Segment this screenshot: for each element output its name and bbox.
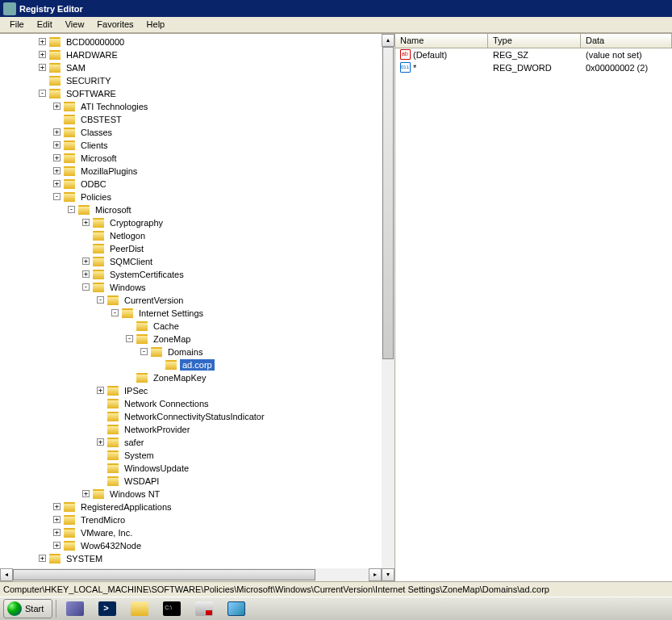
tree-node-label[interactable]: SQMClient <box>107 256 155 267</box>
tree-node[interactable]: -SOFTWARE <box>0 87 394 100</box>
tree-vertical-scrollbar[interactable]: ▴ ▾ <box>382 34 394 581</box>
tree-node[interactable]: +RegisteredApplications <box>0 501 394 513</box>
tree-node[interactable]: NetworkProvider <box>0 423 394 436</box>
registry-tree[interactable]: +BCD00000000+HARDWARE+SAMSECURITY-SOFTWA… <box>0 34 394 581</box>
tree-node-label[interactable]: safer <box>122 437 146 448</box>
column-header-type[interactable]: Type <box>488 34 581 48</box>
value-row[interactable]: (Default)REG_SZ(value not set) <box>395 48 672 61</box>
tree-node-label[interactable]: ad.corp <box>180 359 215 371</box>
menu-view[interactable]: View <box>59 18 91 31</box>
start-button[interactable]: Start <box>3 599 52 618</box>
tree-node[interactable]: +TrendMicro <box>0 513 394 526</box>
taskbar-powershell[interactable] <box>92 598 123 619</box>
tree-node[interactable]: CBSTEST <box>0 113 394 126</box>
tree-node[interactable]: PeerDist <box>0 242 394 255</box>
tree-node-label[interactable]: ZoneMap <box>151 333 193 345</box>
collapse-icon[interactable]: - <box>111 309 119 316</box>
tree-node-label[interactable]: SECURITY <box>64 75 114 86</box>
taskbar-command-prompt[interactable] <box>157 598 187 619</box>
value-row[interactable]: *REG_DWORD0x00000002 (2) <box>395 61 672 74</box>
tree-node-label[interactable]: Microsoft <box>93 204 134 216</box>
tree-node-label[interactable]: TrendMicro <box>78 514 127 526</box>
scroll-left-button[interactable]: ◂ <box>0 568 13 581</box>
tree-node-label[interactable]: Netlogon <box>107 230 148 241</box>
collapse-icon[interactable]: - <box>82 283 90 291</box>
expand-icon[interactable]: + <box>82 490 90 497</box>
expand-icon[interactable]: + <box>53 167 61 174</box>
expand-icon[interactable]: + <box>53 180 61 187</box>
collapse-icon[interactable]: - <box>39 90 46 97</box>
collapse-icon[interactable]: - <box>68 206 75 213</box>
taskbar-server-manager[interactable] <box>60 598 90 619</box>
taskbar-regedit[interactable] <box>221 598 252 619</box>
expand-icon[interactable]: + <box>53 103 61 110</box>
expand-icon[interactable]: + <box>39 555 46 562</box>
tree-node-label[interactable]: ODBC <box>78 178 109 190</box>
tree-node-label[interactable]: Windows <box>107 282 148 293</box>
tree-node[interactable]: -ZoneMap <box>0 333 394 346</box>
tree-node[interactable]: +Windows NT <box>0 488 394 501</box>
taskbar-toolbox[interactable] <box>189 598 219 619</box>
tree-node[interactable]: +Microsoft <box>0 152 394 165</box>
tree-node-label[interactable]: WindowsUpdate <box>122 463 191 474</box>
tree-node-label[interactable]: Windows NT <box>107 488 162 500</box>
menu-edit[interactable]: Edit <box>31 18 59 31</box>
expand-icon[interactable]: + <box>97 387 104 394</box>
expand-icon[interactable]: + <box>53 529 61 536</box>
tree-node[interactable]: +IPSec <box>0 384 394 397</box>
tree-node-label[interactable]: Cache <box>151 320 182 332</box>
tree-node[interactable]: WSDAPI <box>0 475 394 488</box>
tree-node-label[interactable]: SYSTEM <box>64 553 105 564</box>
tree-node-label[interactable]: SOFTWARE <box>64 88 119 99</box>
collapse-icon[interactable]: - <box>140 348 148 355</box>
expand-icon[interactable]: + <box>82 258 90 265</box>
tree-node-label[interactable]: NetworkProvider <box>122 424 192 435</box>
tree-node-label[interactable]: SystemCertificates <box>107 269 186 280</box>
values-list[interactable]: (Default)REG_SZ(value not set)*REG_DWORD… <box>395 48 672 581</box>
expand-icon[interactable]: + <box>53 128 61 136</box>
tree-horizontal-scrollbar[interactable]: ◂ ▸ <box>0 568 382 581</box>
tree-node[interactable]: -Windows <box>0 281 394 294</box>
tree-node-label[interactable]: System <box>122 450 157 461</box>
menu-favorites[interactable]: Favorites <box>90 18 140 31</box>
expand-icon[interactable]: + <box>53 542 61 549</box>
tree-node[interactable]: +MozillaPlugins <box>0 165 394 178</box>
scroll-down-button[interactable]: ▾ <box>382 568 394 581</box>
tree-node-label[interactable]: IPSec <box>122 385 150 396</box>
scroll-right-button[interactable]: ▸ <box>369 568 382 581</box>
menu-help[interactable]: Help <box>140 18 172 31</box>
tree-node-label[interactable]: WSDAPI <box>122 475 161 487</box>
collapse-icon[interactable]: - <box>53 193 61 200</box>
tree-node-label[interactable]: PeerDist <box>107 243 146 254</box>
scroll-track[interactable] <box>382 47 394 568</box>
tree-node[interactable]: +VMware, Inc. <box>0 526 394 539</box>
tree-node[interactable]: +Cryptography <box>0 216 394 229</box>
tree-node-label[interactable]: Network Connections <box>122 398 211 409</box>
tree-node-label[interactable]: NetworkConnectivityStatusIndicator <box>122 411 267 422</box>
tree-node[interactable]: -Domains <box>0 346 394 358</box>
expand-icon[interactable]: + <box>39 64 46 71</box>
tree-node-label[interactable]: Clients <box>78 140 111 151</box>
menu-file[interactable]: File <box>3 18 31 31</box>
tree-node-label[interactable]: Policies <box>78 191 114 203</box>
expand-icon[interactable]: + <box>82 270 90 278</box>
tree-node[interactable]: +SystemCertificates <box>0 268 394 281</box>
collapse-icon[interactable]: - <box>126 335 133 342</box>
expand-icon[interactable]: + <box>53 516 61 523</box>
tree-node[interactable]: Network Connections <box>0 397 394 410</box>
collapse-icon[interactable]: - <box>97 296 104 304</box>
tree-node[interactable]: +Wow6432Node <box>0 539 394 552</box>
tree-node[interactable]: +ATI Technologies <box>0 100 394 113</box>
tree-node-label[interactable]: Wow6432Node <box>78 540 144 551</box>
column-header-name[interactable]: Name <box>395 34 488 48</box>
tree-node-label[interactable]: Microsoft <box>78 153 119 164</box>
tree-node[interactable]: -Microsoft <box>0 203 394 216</box>
tree-node-label[interactable]: Cryptography <box>107 217 165 228</box>
tree-node-label[interactable]: HARDWARE <box>64 49 120 61</box>
tree-node[interactable]: SECURITY <box>0 74 394 87</box>
tree-node-label[interactable]: VMware, Inc. <box>78 527 135 538</box>
expand-icon[interactable]: + <box>53 154 61 161</box>
tree-node[interactable]: ad.corp <box>0 358 394 371</box>
tree-node[interactable]: -Policies <box>0 191 394 203</box>
tree-node[interactable]: System <box>0 449 394 462</box>
